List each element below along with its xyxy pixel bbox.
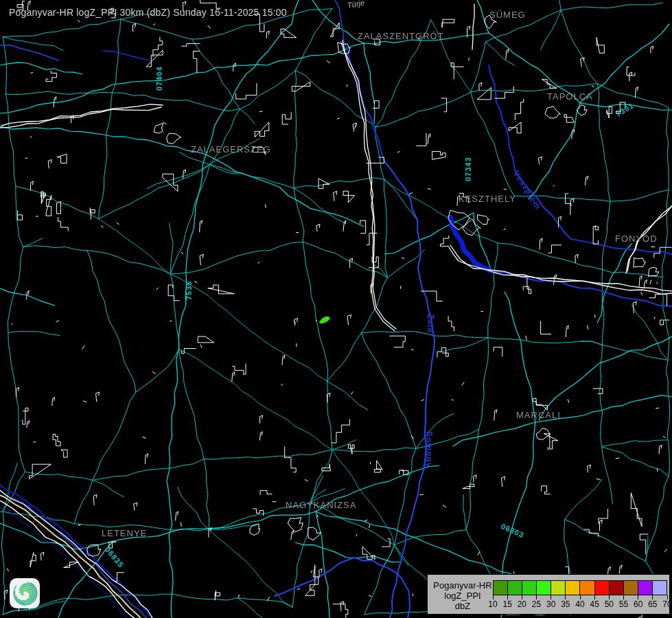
legend-tick-value: 35 <box>561 599 570 609</box>
legend-product-name: logZ_PPI <box>430 591 495 600</box>
legend-swatch-55-60 <box>623 580 638 595</box>
legend-swatch-30-35 <box>551 580 565 595</box>
spiral-logo-icon <box>10 578 40 608</box>
legend-tick-value: 60 <box>634 599 642 609</box>
legend-tick-value: 30 <box>546 599 555 609</box>
dbz-legend-panel: Poganyvar-HR logZ_PPI dbZ 10152025303540… <box>427 574 670 615</box>
legend-tick-value: 25 <box>532 599 541 609</box>
legend-unit-label: dbZ <box>430 602 495 610</box>
legend-swatch-45-50 <box>594 580 609 595</box>
legend-swatch-10-15 <box>493 580 507 595</box>
legend-tick-value: 15 <box>502 599 511 609</box>
legend-tick-value: 20 <box>518 599 526 609</box>
radar-screen: SÜMEGZALASZENTGRÓTTAPOLCAZALAEGERSZEGKES… <box>0 0 672 618</box>
legend-tick-value: 65 <box>648 599 657 609</box>
legend-swatch-20-25 <box>522 580 536 595</box>
legend-tick-value: 10 <box>488 599 497 609</box>
legend-tick-value: 50 <box>605 599 614 609</box>
radar-product-title: Poganyvar-HR logZ_PPI 30km (dbZ) Sunday … <box>9 7 287 18</box>
legend-tick-value: 45 <box>590 599 599 609</box>
legend-swatch-40-45 <box>579 580 594 595</box>
legend-swatch-15-20 <box>507 580 522 595</box>
met-service-logo[interactable] <box>10 578 40 608</box>
legend-swatch-60-65 <box>638 580 652 595</box>
legend-tick-value: 55 <box>619 599 628 609</box>
legend-tick-value: 40 <box>575 599 584 609</box>
legend-swatch-50-55 <box>609 580 623 595</box>
legend-station-name: Poganyvar-HR <box>430 581 495 590</box>
radar-map-canvas <box>0 0 672 618</box>
legend-colorbar <box>493 580 667 595</box>
legend-tick-value: 70 <box>662 599 671 609</box>
legend-swatch-35-40 <box>565 580 579 595</box>
legend-swatch-65-70 <box>652 580 667 595</box>
legend-swatch-25-30 <box>536 580 551 595</box>
